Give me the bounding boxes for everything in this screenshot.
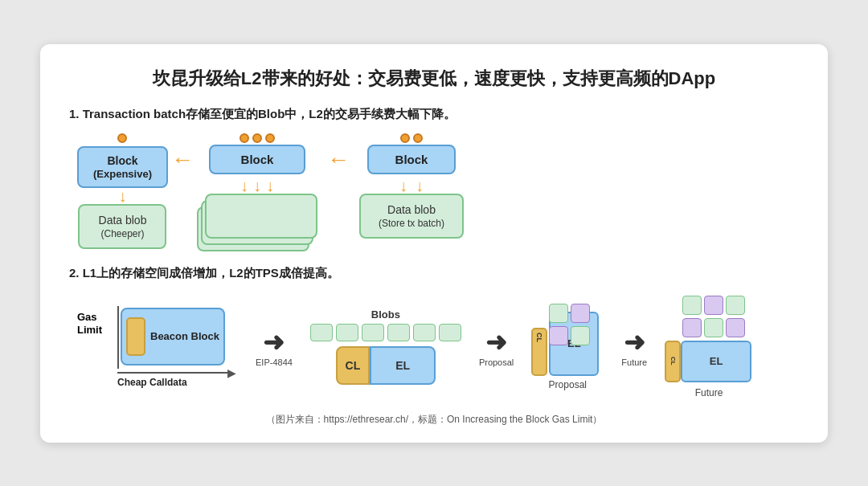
beacon-block-yellow — [126, 317, 145, 356]
proposal-mini-blocks-row2 — [549, 326, 590, 345]
arrow3-icon: ➜ — [624, 327, 645, 357]
arrow1-area: ➜ EIP-4844 — [256, 327, 293, 367]
blob3 — [362, 324, 384, 341]
arrow1-icon: ➜ — [263, 327, 285, 357]
gas-limit-area: GasLimit ▶ Beacon Block Cheap Calldata — [77, 303, 238, 391]
blob4 — [387, 324, 410, 341]
proposal-label: Proposal — [479, 357, 514, 367]
dots-row-2 — [240, 133, 275, 143]
arrow-left-1: ← — [168, 140, 197, 180]
page-title: 坎昆升级给L2带来的好处：交易费更低，速度更快，支持更高频的DApp — [69, 67, 799, 91]
blob-diagram: Block(Expensive) ↓ Data blob(Cheeper) ← … — [77, 133, 799, 258]
blob5 — [413, 324, 436, 341]
arrow2-icon: ➜ — [485, 327, 507, 357]
blobs-row — [310, 324, 461, 341]
stacked-blobs: Data blob — [197, 194, 317, 258]
dot1 — [117, 133, 127, 143]
future-blocks: CL EL — [665, 296, 753, 384]
section1-title: 1. Transaction batch存储至便宜的Blob中，L2的交易手续费… — [69, 107, 799, 122]
proposal-cl: CL — [531, 328, 547, 376]
section2-title: 2. L1上的存储空间成倍增加，L2的TPS成倍提高。 — [69, 266, 799, 281]
cl-label-1: CL — [336, 346, 371, 385]
datablob-cheeper: Data blob(Cheeper) — [78, 204, 166, 249]
h-arrow: ▶ — [227, 366, 236, 379]
main-card: 坎昆升级给L2带来的好处：交易费更低，速度更快，支持更高频的DApp 1. Tr… — [40, 44, 828, 443]
group3: Block ↓ ↓ Data blob(Store tx batch) — [359, 133, 464, 239]
arrow3-area: ➜ Future — [621, 327, 647, 367]
arrow-left-2: ← — [324, 140, 353, 180]
proposal-area: CL EL Proposal — [531, 304, 604, 390]
dots-row-3 — [400, 133, 423, 143]
v-line — [117, 306, 119, 369]
block-2: Block — [209, 145, 305, 174]
el-label-1: EL — [370, 346, 436, 385]
future-text: Future — [695, 387, 723, 398]
footer-note: （图片来自：https://ethresear.ch/，标题：On Increa… — [69, 413, 799, 427]
h-line — [117, 372, 228, 374]
proposal-text: Proposal — [549, 379, 587, 390]
blob6 — [439, 324, 461, 341]
gas-limit-label: GasLimit — [77, 311, 102, 338]
proposal-mini-blocks-row1 — [549, 304, 590, 323]
arrow-down-1: ↓ — [118, 188, 126, 204]
cheap-calldata-label: Cheap Calldata — [117, 377, 187, 388]
arrow2-area: ➜ Proposal — [479, 327, 514, 367]
proposal-blocks: CL EL — [531, 304, 604, 376]
beacon-block-label: Beacon Block — [150, 330, 219, 342]
eip-label: EIP-4844 — [256, 357, 293, 367]
future-label-arrow: Future — [621, 357, 647, 367]
beacon-block-box: Beacon Block — [121, 308, 225, 366]
beacon-diagram: GasLimit ▶ Beacon Block Cheap Calldata ➜… — [69, 296, 799, 398]
datablob-storetx: Data blob(Store tx batch) — [359, 194, 464, 239]
blob2 — [336, 324, 358, 341]
block-3: Block — [367, 145, 456, 174]
future-area: CL EL Future — [665, 296, 753, 398]
block-expensive: Block(Expensive) — [77, 146, 168, 188]
blobs-label: Blobs — [371, 308, 400, 321]
blob1 — [310, 324, 333, 341]
eip4844-block: Blobs CL EL — [310, 308, 461, 385]
cl-el-row1: CL EL — [336, 346, 436, 385]
group2: Block ↓ ↓ ↓ Data blob — [197, 133, 317, 258]
group1: Block(Expensive) ↓ Data blob(Cheeper) — [77, 133, 168, 249]
